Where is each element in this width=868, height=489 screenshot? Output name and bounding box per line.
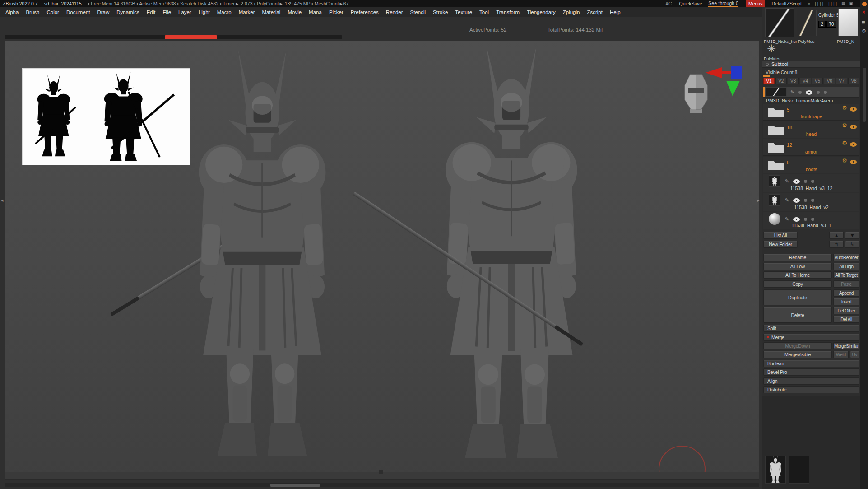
eye-icon[interactable] (806, 90, 812, 95)
visible-count-slider[interactable]: Visible Count 8 (763, 69, 859, 76)
polymesh-tool-thumbnail[interactable] (838, 9, 858, 36)
new-folder-button[interactable]: New Folder (763, 241, 798, 248)
del-other-button[interactable]: Del Other (833, 307, 859, 314)
menu-item-light[interactable]: Light (199, 9, 210, 15)
horizontal-scrollbar[interactable] (5, 483, 759, 487)
menu-item-stroke[interactable]: Stroke (433, 9, 448, 15)
gear-icon[interactable]: ⚙ (842, 140, 847, 146)
boolean-section-button[interactable]: Boolean (763, 360, 859, 367)
copy-button[interactable]: Copy (763, 280, 832, 288)
shrink-icon[interactable] (804, 218, 807, 221)
tab-v8[interactable]: V8 (848, 78, 859, 84)
axis-gizmo[interactable] (706, 65, 744, 97)
menu-item-transform[interactable]: Transform (496, 9, 520, 15)
tool-value-2[interactable]: 70 (826, 21, 836, 28)
default-zscript-button[interactable]: DefaultZScript (771, 1, 802, 6)
lower-thumbnail[interactable] (765, 456, 786, 484)
eye-icon[interactable] (850, 107, 857, 112)
hamburger-menu-icon[interactable]: ≡ (862, 19, 865, 26)
eye-icon[interactable] (850, 142, 857, 147)
menu-item-movie[interactable]: Movie (288, 9, 302, 15)
sculpt-icon[interactable]: ✎ (785, 178, 789, 184)
uv-button[interactable]: Uv (850, 351, 859, 358)
horizontal-scrollbar-thumb[interactable] (270, 484, 320, 487)
merge-section-button[interactable]: Merge (763, 334, 859, 341)
tab-v5[interactable]: V5 (812, 78, 823, 84)
merge-similar-button[interactable]: MergeSimilar (833, 342, 859, 349)
expand-icon[interactable] (824, 91, 827, 94)
chevrons-icon[interactable]: « (808, 1, 811, 6)
current-tool-thumbnail[interactable] (765, 8, 794, 37)
list-all-button[interactable]: List All (763, 232, 798, 239)
tab-v7[interactable]: V7 (836, 78, 847, 84)
paste-button[interactable]: Paste (833, 280, 859, 288)
menu-item-color[interactable]: Color (46, 9, 59, 15)
shrink-icon[interactable] (804, 199, 807, 202)
document-scrollbar[interactable] (5, 35, 342, 39)
menu-item-file[interactable]: File (163, 9, 172, 15)
menu-item-tiengendary[interactable]: Tiengendary (527, 9, 556, 15)
paint-icon[interactable] (798, 91, 802, 94)
align-section-button[interactable]: Align (763, 377, 859, 385)
menu-item-brush[interactable]: Brush (26, 9, 39, 15)
divider-bars-icon[interactable]: ∣∣∣∣ (828, 1, 838, 6)
subtool-row-selected[interactable]: ✎ (763, 87, 859, 98)
duplicate-button[interactable]: Duplicate (763, 289, 832, 305)
tab-v2[interactable]: V2 (775, 78, 787, 84)
distribute-section-button[interactable]: Distribute (763, 386, 859, 393)
gear-icon[interactable]: ⚙ (862, 28, 866, 34)
sculpt-icon[interactable]: ✎ (785, 216, 789, 222)
eye-icon[interactable] (793, 217, 800, 222)
move-down-button[interactable]: ▼ (845, 232, 859, 239)
menu-item-marker[interactable]: Marker (239, 9, 255, 15)
tool-value-1[interactable]: 2 (818, 21, 826, 28)
tab-v1[interactable]: V1 (763, 78, 775, 84)
menu-item-layer[interactable]: Layer (178, 9, 191, 15)
left-panel-collapse-arrow[interactable]: ◄ (0, 199, 4, 203)
eye-icon[interactable] (793, 198, 800, 203)
weld-button[interactable]: Weld (833, 351, 849, 358)
menu-item-edit[interactable]: Edit (147, 9, 156, 15)
gear-icon[interactable]: ⚙ (842, 104, 847, 111)
menu-item-zplugin[interactable]: Zplugin (563, 9, 580, 15)
menu-item-document[interactable]: Document (66, 9, 90, 15)
menu-item-alpha[interactable]: Alpha (5, 9, 19, 15)
subtool-row-hand-v3-1[interactable]: ✎ 11538_Hand_v3_1 (763, 212, 859, 229)
menu-item-material[interactable]: Material (262, 9, 281, 15)
see-through-slider[interactable]: See-through 0 (708, 0, 738, 7)
subtool-row-folder-head[interactable]: 18 ⚙ head (763, 121, 859, 138)
cube-icon[interactable]: ▣ (849, 1, 854, 6)
bevel-pro-section-button[interactable]: Bevel Pro (763, 368, 859, 376)
panel-scrollbar-thumb[interactable] (863, 68, 866, 122)
subtool-row-folder-boots[interactable]: 9 ⚙ boots (763, 157, 859, 173)
menu-item-preferences[interactable]: Preferences (351, 9, 379, 15)
eye-icon[interactable] (850, 160, 857, 164)
scrollbar-thumb[interactable] (165, 35, 217, 39)
shrink-icon[interactable] (804, 180, 807, 183)
expand-icon[interactable] (811, 218, 814, 221)
delete-button[interactable]: Delete (763, 307, 832, 323)
all-to-home-button[interactable]: All To Home (763, 271, 832, 279)
sculpt-icon[interactable]: ✎ (790, 89, 794, 95)
quicksave-button[interactable]: QuickSave (679, 1, 702, 6)
insert-button[interactable]: Insert (833, 298, 859, 305)
eye-icon[interactable] (850, 125, 857, 129)
canvas-resize-notch[interactable] (379, 470, 383, 474)
menu-item-draw[interactable]: Draw (97, 9, 109, 15)
split-section-button[interactable]: Split (763, 325, 859, 332)
close-icon[interactable]: × (862, 9, 865, 15)
menu-item-zscript[interactable]: Zscript (587, 9, 603, 15)
menu-item-mana[interactable]: Mana (309, 9, 322, 15)
lower-thumbnail[interactable] (789, 456, 809, 484)
move-out-of-folder-button[interactable]: ↰ (829, 241, 844, 248)
recent-tool-thumbnail[interactable] (797, 10, 817, 36)
move-into-folder-button[interactable]: ↳ (845, 241, 859, 248)
all-to-target-button[interactable]: All To Target (833, 271, 859, 279)
autoreorder-button[interactable]: AutoReorder (833, 254, 859, 261)
del-all-button[interactable]: Del All (833, 316, 859, 323)
subtool-row-folder-armor[interactable]: 12 ⚙ armor (763, 139, 859, 156)
divider-bars-icon[interactable]: ∣∣∣∣ (814, 1, 824, 6)
menu-item-texture[interactable]: Texture (455, 9, 472, 15)
all-low-button[interactable]: All Low (763, 263, 832, 270)
merge-visible-button[interactable]: MergeVisible (763, 351, 832, 358)
